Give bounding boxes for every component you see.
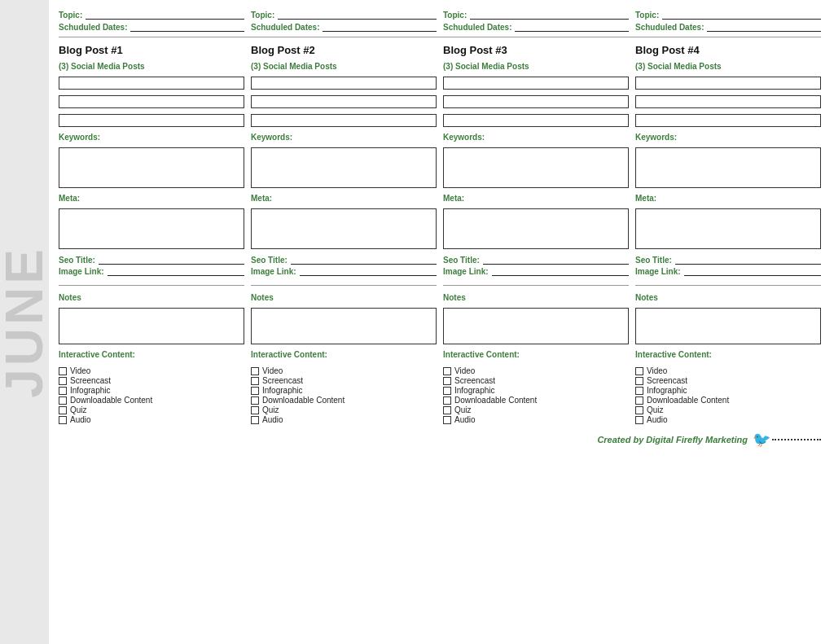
checkbox-video-label-1: Video xyxy=(70,366,90,375)
checkbox-downloadable-label-4: Downloadable Content xyxy=(647,396,729,405)
checkbox-audio-box-4[interactable] xyxy=(635,416,643,424)
checkbox-video-box-2[interactable] xyxy=(251,367,259,375)
scheduled-field-2: Schuduled Dates: xyxy=(251,22,437,32)
checkbox-video-label-4: Video xyxy=(647,366,667,375)
topic-underline-2[interactable] xyxy=(278,10,437,20)
keywords-input-1[interactable] xyxy=(59,147,244,188)
checkbox-screencast-box-3[interactable] xyxy=(443,377,451,385)
checkbox-downloadable-label-2: Downloadable Content xyxy=(262,396,345,405)
checkbox-quiz-label-3: Quiz xyxy=(454,405,472,414)
checkbox-list-3: Video Screencast Infographic Downloadabl… xyxy=(443,366,629,424)
image-link-underline-3[interactable] xyxy=(492,266,629,276)
scheduled-label-3: Schuduled Dates: xyxy=(443,23,511,32)
footer-area: Created by Digital Firefly Marketing 🐦 xyxy=(59,424,821,452)
notes-label-2: Notes xyxy=(251,293,437,302)
col-divider-4a xyxy=(635,285,821,286)
checkbox-video-box-3[interactable] xyxy=(443,367,451,375)
image-link-underline-4[interactable] xyxy=(684,266,821,276)
topic-underline-1[interactable] xyxy=(86,10,244,20)
topic-underline-4[interactable] xyxy=(662,10,821,20)
interactive-label-3: Interactive Content: xyxy=(443,350,629,359)
top-divider xyxy=(59,37,821,37)
social-input-2a[interactable] xyxy=(251,77,437,90)
topic-label-4: Topic: xyxy=(635,11,659,20)
social-input-2b[interactable] xyxy=(251,95,437,108)
col-divider-2a xyxy=(251,285,437,286)
image-link-underline-1[interactable] xyxy=(108,266,244,276)
checkbox-infographic-label-4: Infographic xyxy=(647,386,687,395)
seo-title-underline-3[interactable] xyxy=(483,255,629,265)
image-link-underline-2[interactable] xyxy=(300,266,437,276)
keywords-input-3[interactable] xyxy=(443,147,629,188)
topic-underline-3[interactable] xyxy=(470,10,629,20)
checkbox-video-box-4[interactable] xyxy=(635,367,643,375)
topic-field-2: Topic: xyxy=(251,10,437,20)
notes-label-4: Notes xyxy=(635,293,821,302)
social-input-4a[interactable] xyxy=(635,77,821,90)
blog-col-1: Blog Post #1 (3) Social Media Posts Keyw… xyxy=(59,44,244,424)
blog-col-3: Blog Post #3 (3) Social Media Posts Keyw… xyxy=(443,44,629,424)
scheduled-underline-2[interactable] xyxy=(323,22,437,32)
checkbox-downloadable-1: Downloadable Content xyxy=(59,396,244,405)
topic-label-3: Topic: xyxy=(443,11,467,20)
meta-input-2[interactable] xyxy=(251,208,437,249)
checkbox-screencast-box-1[interactable] xyxy=(59,377,67,385)
social-input-1b[interactable] xyxy=(59,95,244,108)
checkbox-video-box-1[interactable] xyxy=(59,367,67,375)
keywords-input-2[interactable] xyxy=(251,147,437,188)
meta-input-1[interactable] xyxy=(59,208,244,249)
keywords-input-4[interactable] xyxy=(635,147,821,188)
checkbox-downloadable-box-4[interactable] xyxy=(635,396,643,405)
seo-title-underline-2[interactable] xyxy=(291,255,437,265)
social-input-4b[interactable] xyxy=(635,95,821,108)
social-input-4c[interactable] xyxy=(635,114,821,127)
checkbox-downloadable-label-1: Downloadable Content xyxy=(70,396,152,405)
image-link-label-4: Image Link: xyxy=(635,267,681,276)
checkbox-audio-box-1[interactable] xyxy=(59,416,67,424)
social-input-2c[interactable] xyxy=(251,114,437,127)
scheduled-underline-3[interactable] xyxy=(515,22,629,32)
notes-input-1[interactable] xyxy=(59,308,244,344)
social-input-3c[interactable] xyxy=(443,114,629,127)
checkbox-audio-box-3[interactable] xyxy=(443,416,451,424)
checkbox-infographic-box-2[interactable] xyxy=(251,387,259,395)
checkbox-list-2: Video Screencast Infographic Downloadabl… xyxy=(251,366,437,424)
notes-input-2[interactable] xyxy=(251,308,437,344)
social-input-3a[interactable] xyxy=(443,77,629,90)
scheduled-underline-1[interactable] xyxy=(130,22,244,32)
social-input-1c[interactable] xyxy=(59,114,244,127)
checkbox-quiz-box-1[interactable] xyxy=(59,406,67,414)
checkbox-screencast-box-4[interactable] xyxy=(635,377,643,385)
notes-input-3[interactable] xyxy=(443,308,629,344)
checkbox-infographic-2: Infographic xyxy=(251,386,437,395)
notes-input-4[interactable] xyxy=(635,308,821,344)
main-content: Topic: Schuduled Dates: Topic: Schuduled… xyxy=(49,0,834,644)
checkbox-infographic-box-3[interactable] xyxy=(443,387,451,395)
meta-input-4[interactable] xyxy=(635,208,821,249)
checkbox-audio-label-1: Audio xyxy=(70,415,91,424)
seo-fields-1: Seo Title: Image Link: xyxy=(59,255,244,276)
top-col-2: Topic: Schuduled Dates: xyxy=(251,10,437,32)
page-wrapper: JUNE Topic: Schuduled Dates: Topic: xyxy=(0,0,834,644)
scheduled-underline-4[interactable] xyxy=(707,22,821,32)
checkbox-infographic-box-4[interactable] xyxy=(635,387,643,395)
checkbox-quiz-box-2[interactable] xyxy=(251,406,259,414)
checkbox-infographic-box-1[interactable] xyxy=(59,387,67,395)
social-input-1a[interactable] xyxy=(59,77,244,90)
checkbox-screencast-label-4: Screencast xyxy=(647,376,687,385)
checkbox-audio-1: Audio xyxy=(59,415,244,424)
checkbox-screencast-box-2[interactable] xyxy=(251,377,259,385)
checkbox-downloadable-box-2[interactable] xyxy=(251,396,259,405)
social-input-3b[interactable] xyxy=(443,95,629,108)
footer-logo: 🐦 xyxy=(753,431,821,449)
checkbox-quiz-box-4[interactable] xyxy=(635,406,643,414)
checkbox-video-4: Video xyxy=(635,366,821,375)
meta-input-3[interactable] xyxy=(443,208,629,249)
seo-title-underline-4[interactable] xyxy=(675,255,821,265)
seo-title-underline-1[interactable] xyxy=(99,255,244,265)
checkbox-audio-box-2[interactable] xyxy=(251,416,259,424)
checkbox-quiz-box-3[interactable] xyxy=(443,406,451,414)
checkbox-downloadable-box-3[interactable] xyxy=(443,396,451,405)
checkbox-downloadable-box-1[interactable] xyxy=(59,396,67,405)
image-link-field-3: Image Link: xyxy=(443,266,629,276)
